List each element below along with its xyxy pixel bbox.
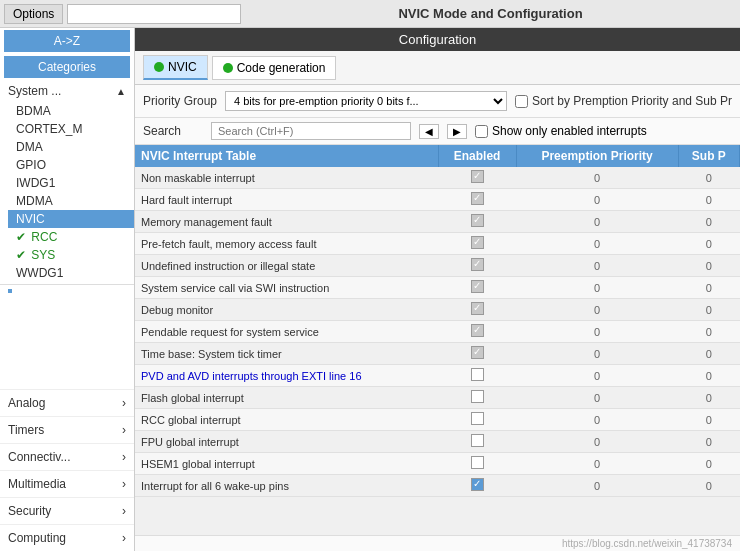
enabled-checkbox[interactable] — [471, 456, 484, 469]
table-row: Memory management fault00 — [135, 211, 740, 233]
sidebar-item-computing[interactable]: Computing › — [0, 524, 134, 551]
sub-priority-cell: 0 — [678, 233, 739, 255]
preemption-cell: 0 — [516, 409, 678, 431]
sort-checkbox[interactable] — [515, 95, 528, 108]
sub-priority-cell: 0 — [678, 167, 739, 189]
enabled-cell[interactable] — [438, 365, 516, 387]
interrupt-name: Memory management fault — [135, 211, 438, 233]
enabled-checkbox[interactable] — [471, 170, 484, 183]
enabled-cell[interactable] — [438, 321, 516, 343]
enabled-checkbox[interactable] — [471, 280, 484, 293]
tab-dot-green — [223, 63, 233, 73]
tab-nvic-label: NVIC — [168, 60, 197, 74]
enabled-checkbox[interactable] — [471, 346, 484, 359]
preemption-cell: 0 — [516, 233, 678, 255]
enabled-cell[interactable] — [438, 387, 516, 409]
enabled-checkbox[interactable] — [471, 236, 484, 249]
search-next-button[interactable]: ▶ — [447, 124, 467, 139]
enabled-cell[interactable] — [438, 431, 516, 453]
top-search-input[interactable] — [67, 4, 241, 24]
tab-bar: NVIC Code generation — [135, 51, 740, 85]
preemption-cell: 0 — [516, 343, 678, 365]
search-input[interactable] — [211, 122, 411, 140]
table-row: RCC global interrupt00 — [135, 409, 740, 431]
enabled-cell[interactable] — [438, 475, 516, 497]
enabled-checkbox[interactable] — [471, 368, 484, 381]
sidebar-item-bdma[interactable]: BDMA — [8, 102, 134, 120]
sidebar-item-system[interactable]: System ... ▲ — [0, 80, 134, 102]
show-enabled-checkbox[interactable] — [475, 125, 488, 138]
enabled-checkbox[interactable] — [471, 434, 484, 447]
preemption-cell: 0 — [516, 255, 678, 277]
enabled-cell[interactable] — [438, 255, 516, 277]
main-layout: A->Z Categories System ... ▲ BDMA CORTEX… — [0, 28, 740, 551]
enabled-cell[interactable] — [438, 189, 516, 211]
sidebar-item-timers[interactable]: Timers › — [0, 416, 134, 443]
sidebar-item-gpio[interactable]: GPIO — [8, 156, 134, 174]
enabled-cell[interactable] — [438, 277, 516, 299]
enabled-cell[interactable] — [438, 343, 516, 365]
table-row: Time base: System tick timer00 — [135, 343, 740, 365]
chevron-right-icon: › — [122, 477, 126, 491]
chevron-up-icon: ▲ — [116, 86, 126, 97]
interrupt-name: System service call via SWI instruction — [135, 277, 438, 299]
enabled-cell[interactable] — [438, 167, 516, 189]
enabled-checkbox[interactable] — [471, 258, 484, 271]
enabled-cell[interactable] — [438, 409, 516, 431]
sidebar-item-mdma[interactable]: MDMA — [8, 192, 134, 210]
col-header-sub: Sub P — [678, 145, 739, 167]
interrupt-table: NVIC Interrupt Table Enabled Preemption … — [135, 145, 740, 497]
sidebar-az-button[interactable]: A->Z — [4, 30, 130, 52]
sub-priority-cell: 0 — [678, 387, 739, 409]
sidebar: A->Z Categories System ... ▲ BDMA CORTEX… — [0, 28, 135, 551]
sidebar-item-analog[interactable]: Analog › — [0, 389, 134, 416]
sidebar-item-cortex[interactable]: CORTEX_M — [8, 120, 134, 138]
enabled-checkbox[interactable] — [471, 324, 484, 337]
sidebar-item-security[interactable]: Security › — [0, 497, 134, 524]
enabled-checkbox[interactable] — [471, 412, 484, 425]
analog-label: Analog — [8, 396, 45, 410]
priority-label: Priority Group — [143, 94, 217, 108]
sidebar-item-wwdg1[interactable]: WWDG1 — [8, 264, 134, 282]
sidebar-item-rcc[interactable]: ✔ RCC — [8, 228, 134, 246]
enabled-checkbox[interactable] — [471, 214, 484, 227]
search-prev-button[interactable]: ◀ — [419, 124, 439, 139]
sidebar-bottom: Analog › Timers › Connectiv... › Multime… — [0, 389, 134, 551]
config-header: Configuration — [135, 28, 740, 51]
sidebar-item-sys[interactable]: ✔ SYS — [8, 246, 134, 264]
sidebar-subitems: BDMA CORTEX_M DMA GPIO IWDG1 MDMA NVIC ✔… — [0, 102, 134, 282]
table-row: HSEM1 global interrupt00 — [135, 453, 740, 475]
sidebar-item-iwdg1[interactable]: IWDG1 — [8, 174, 134, 192]
preemption-cell: 0 — [516, 167, 678, 189]
page-title: NVIC Mode and Configuration — [245, 6, 736, 21]
tab-nvic[interactable]: NVIC — [143, 55, 208, 80]
enabled-cell[interactable] — [438, 453, 516, 475]
sidebar-categories-button[interactable]: Categories — [4, 56, 130, 78]
options-button[interactable]: Options — [4, 4, 63, 24]
table-row: FPU global interrupt00 — [135, 431, 740, 453]
enabled-cell[interactable] — [438, 211, 516, 233]
tab-code-generation[interactable]: Code generation — [212, 56, 337, 80]
enabled-cell[interactable] — [438, 299, 516, 321]
sidebar-item-multimedia[interactable]: Multimedia › — [0, 470, 134, 497]
enabled-cell[interactable] — [438, 233, 516, 255]
table-row: Flash global interrupt00 — [135, 387, 740, 409]
tab-code-gen-label: Code generation — [237, 61, 326, 75]
sidebar-item-connectivity[interactable]: Connectiv... › — [0, 443, 134, 470]
search-row: Search ◀ ▶ Show only enabled interrupts — [135, 118, 740, 145]
interrupt-name: RCC global interrupt — [135, 409, 438, 431]
enabled-checkbox[interactable] — [471, 390, 484, 403]
enabled-checkbox[interactable] — [471, 302, 484, 315]
chevron-right-icon: › — [122, 450, 126, 464]
preemption-cell: 0 — [516, 431, 678, 453]
chevron-right-icon: › — [122, 396, 126, 410]
interrupt-name: PVD and AVD interrupts through EXTI line… — [135, 365, 438, 387]
sidebar-item-dma[interactable]: DMA — [8, 138, 134, 156]
enabled-checkbox[interactable] — [471, 478, 484, 491]
sort-label: Sort by Premption Priority and Sub Pr — [532, 94, 732, 108]
sidebar-item-nvic[interactable]: NVIC — [8, 210, 134, 228]
priority-select[interactable]: 4 bits for pre-emption priority 0 bits f… — [225, 91, 507, 111]
chevron-right-icon: › — [122, 531, 126, 545]
enabled-checkbox[interactable] — [471, 192, 484, 205]
sub-priority-cell: 0 — [678, 189, 739, 211]
